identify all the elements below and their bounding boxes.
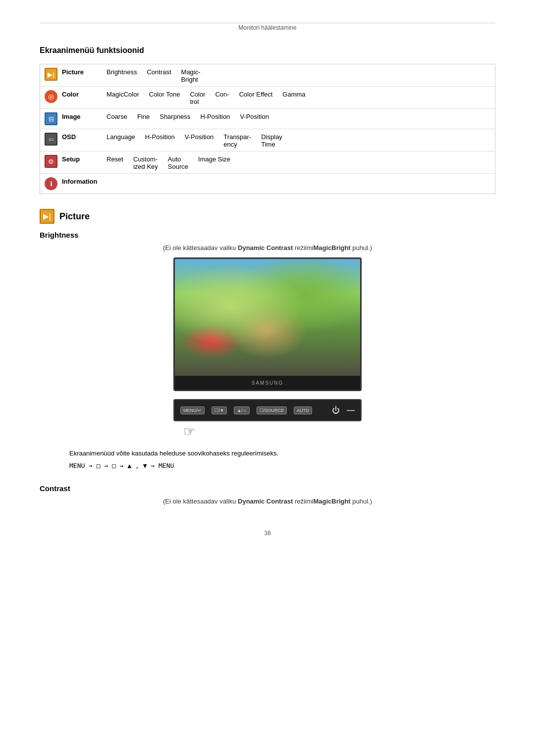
information-icon: ℹ (44, 177, 58, 191)
menu-item: MagicColor (107, 91, 139, 105)
menu-item: Image Size (198, 155, 230, 170)
menu-item: DisplayTime (261, 133, 282, 148)
menu-item: V-Position (185, 133, 214, 148)
picture-section-title: Picture (59, 211, 90, 222)
menu-item: Transpar-ency (223, 133, 251, 148)
menu-row-setup: ⚙ Setup Reset Custom-ized Key AutoSource… (40, 151, 495, 174)
menu-item: Brightness (107, 68, 137, 83)
power-icon[interactable]: ⏻ (332, 406, 340, 415)
bold-dynamic-contrast: Dynamic Contrast (238, 244, 293, 252)
setup-icon: ⚙ (44, 154, 58, 168)
brightness-section: Brightness (Ei ole kättesaadav valiku Dy… (40, 231, 495, 469)
bold-magicbright-2: MagicBright (313, 498, 350, 505)
menu-item: Language (107, 133, 135, 148)
information-label: Information (62, 177, 107, 185)
picture-icon: ▶| (44, 67, 58, 81)
menu-row-information: ℹ Information (40, 174, 495, 194)
menu-table: ▶| Picture Brightness Contrast Magic-Bri… (40, 64, 495, 194)
menu-item: Fine (137, 113, 150, 120)
image-icon: ⊟ (44, 112, 58, 126)
bold-dynamic-contrast-2: Dynamic Contrast (238, 498, 293, 505)
picture-label: Picture (62, 67, 107, 76)
osd-items: Language H-Position V-Position Transpar-… (107, 132, 491, 148)
osd-bar: MENU/↵ ☐/▼ ▲/☼ ☐/SOURCE AUTO ⏻ — (173, 399, 362, 421)
top-rule (40, 23, 495, 23)
menu-item: Colortrol (190, 91, 205, 105)
menu-item: Color Tone (149, 91, 180, 105)
menu-item: V-Position (240, 113, 269, 120)
menu-item: Color Effect (239, 91, 273, 105)
monitor-bottom-bar: SAMSUNG (175, 376, 360, 390)
section-heading: Ekraanimenüü funktsioonid (40, 46, 495, 55)
menu-row-osd: ▭ OSD Language H-Position V-Position Tra… (40, 129, 495, 151)
color-items: MagicColor Color Tone Colortrol Con- Col… (107, 90, 491, 105)
picture-section-heading: ▶| Picture (40, 209, 495, 224)
setup-label: Setup (62, 154, 107, 163)
setup-items: Reset Custom-ized Key AutoSource Image S… (107, 154, 491, 170)
menu-item: Custom-ized Key (133, 155, 158, 170)
osd-down-btn[interactable]: ☐/▼ (212, 406, 227, 414)
information-items (107, 177, 491, 178)
image-items: Coarse Fine Sharpness H-Position V-Posit… (107, 112, 491, 120)
bold-magicbright: MagicBright (313, 244, 350, 252)
samsung-label: SAMSUNG (252, 380, 284, 386)
menu-item: H-Position (145, 133, 175, 148)
menu-item: Magic-Bright (181, 68, 201, 83)
menu-item: Gamma (282, 91, 305, 105)
menu-row-picture: ▶| Picture Brightness Contrast Magic-Bri… (40, 64, 495, 87)
color-label: Color (62, 90, 107, 98)
osd-label: OSD (62, 132, 107, 141)
contrast-heading: Contrast (40, 484, 495, 493)
monitor-scenery (175, 259, 360, 376)
source-btn[interactable]: ☐/SOURCE (257, 406, 287, 414)
menu-row-image: ⊟ Image Coarse Fine Sharpness H-Position… (40, 109, 495, 129)
color-icon: ◎ (44, 90, 58, 103)
brightness-btn[interactable]: ▲/☼ (234, 406, 250, 414)
contrast-note: (Ei ole kättesaadav valiku Dynamic Contr… (40, 498, 495, 505)
menu-item: Coarse (107, 113, 127, 120)
monitor-image: SAMSUNG (173, 257, 362, 391)
minus-icon[interactable]: — (347, 406, 355, 415)
brightness-menu-nav: MENU → □ → □ → ▲ , ▼ → MENU (40, 462, 495, 469)
osd-icon: ▭ (44, 132, 58, 146)
menu-row-color: ◎ Color MagicColor Color Tone Colortrol … (40, 87, 495, 109)
menu-item: Reset (107, 155, 123, 170)
menu-item: Sharpness (160, 113, 190, 120)
menu-item: H-Position (200, 113, 230, 120)
brightness-description: Ekraanimenüüd võite kasutada heleduse so… (40, 450, 495, 457)
menu-item: AutoSource (168, 155, 188, 170)
hand-cursor-icon: ☞ (183, 423, 196, 440)
osd-bar-container: MENU/↵ ☐/▼ ▲/☼ ☐/SOURCE AUTO ⏻ — ☞ (173, 399, 362, 440)
menu-item: Con- (215, 91, 229, 105)
contrast-section: Contrast (Ei ole kättesaadav valiku Dyna… (40, 484, 495, 505)
auto-btn[interactable]: AUTO (294, 406, 312, 414)
page-header: Monitori häälestamine (40, 24, 495, 31)
brightness-note: (Ei ole kättesaadav valiku Dynamic Contr… (40, 244, 495, 252)
image-label: Image (62, 112, 107, 120)
brightness-heading: Brightness (40, 231, 495, 239)
picture-section-icon: ▶| (40, 209, 54, 224)
picture-items: Brightness Contrast Magic-Bright (107, 67, 491, 83)
page-footer: 38 (40, 525, 495, 537)
menu-enter-btn[interactable]: MENU/↵ (180, 406, 205, 414)
page-container: Monitori häälestamine Ekraanimenüü funkt… (0, 0, 535, 556)
menu-item: Contrast (147, 68, 171, 83)
